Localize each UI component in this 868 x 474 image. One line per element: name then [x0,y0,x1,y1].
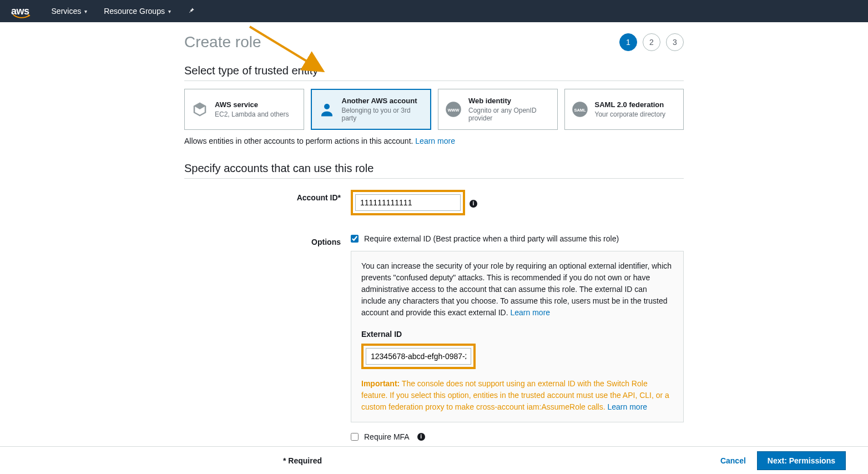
account-id-label: Account ID* [184,190,351,202]
card-another-account[interactable]: Another AWS account Belonging to you or … [311,89,432,130]
chevron-down-icon: ▾ [168,8,171,14]
top-nav: aws Services ▾ Resource Groups ▾ [0,0,868,22]
require-mfa-checkbox[interactable] [351,433,359,441]
require-mfa-label: Require MFA [364,432,410,441]
svg-text:www: www [447,107,460,113]
info-icon[interactable]: i [470,200,477,208]
card-aws-service[interactable]: AWS service EC2, Lambda and others [184,89,304,130]
pin-icon[interactable] [188,7,195,16]
nav-services[interactable]: Services ▾ [52,7,88,16]
important-label: Important: [361,379,400,388]
card-sub: EC2, Lambda and others [215,110,289,118]
card-title: Another AWS account [342,97,425,105]
required-note: * Required [283,456,322,465]
require-external-id-line: Require external ID (Best practice when … [351,234,684,243]
require-mfa-line: Require MFA i [351,432,684,441]
wizard-steps: 1 2 3 [619,33,684,51]
cube-icon [190,100,209,119]
page-content: Create role 1 2 3 Select type of trusted… [184,22,684,474]
external-id-panel: You can increase the security of your ro… [351,251,684,422]
card-saml[interactable]: SAML SAML 2.0 federation Your corporate … [564,89,684,130]
learn-more-link[interactable]: Learn more [415,137,455,145]
user-icon [317,100,336,119]
section-accounts-title: Specify accounts that can use this role [184,162,684,179]
heading-row: Create role 1 2 3 [184,33,684,51]
external-id-highlight [361,344,476,369]
cancel-button[interactable]: Cancel [720,456,746,465]
nav-resource-groups-label: Resource Groups [104,7,165,16]
external-id-input[interactable] [366,348,471,365]
svg-point-1 [324,104,330,109]
card-title: AWS service [215,100,289,109]
svg-text:SAML: SAML [574,108,586,113]
step-3[interactable]: 3 [666,33,684,51]
external-id-label: External ID [361,329,673,340]
card-sub: Cognito or any OpenID provider [468,107,552,123]
entity-description: Allows entities in other accounts to per… [184,137,684,145]
panel-learn-more-link[interactable]: Learn more [510,308,550,317]
important-learn-more-link[interactable]: Learn more [608,402,648,411]
require-external-id-label: Require external ID (Best practice when … [364,234,619,243]
next-permissions-button[interactable]: Next: Permissions [757,451,846,470]
aws-swoosh-icon [12,14,31,19]
footer-bar: * Required Cancel Next: Permissions [0,446,868,474]
saml-icon: SAML [571,100,589,119]
www-icon: www [444,100,463,119]
account-id-input[interactable] [355,194,461,211]
require-external-id-checkbox[interactable] [351,235,359,243]
step-1[interactable]: 1 [619,33,637,51]
account-id-row: Account ID* i [184,190,684,215]
section-trusted-entity-title: Select type of trusted entity [184,64,684,81]
card-sub: Belonging to you or 3rd party [342,107,425,123]
aws-logo[interactable]: aws [11,6,29,17]
account-id-highlight [351,190,465,215]
card-title: Web identity [468,97,552,105]
card-sub: Your corporate directory [595,110,666,118]
options-label: Options [184,234,351,246]
card-title: SAML 2.0 federation [595,100,666,109]
step-2[interactable]: 2 [643,33,660,51]
nav-resource-groups[interactable]: Resource Groups ▾ [104,7,171,16]
chevron-down-icon: ▾ [84,8,87,14]
info-icon[interactable]: i [417,433,425,441]
important-note: Important: The console does not support … [361,378,673,413]
card-web-identity[interactable]: www Web identity Cognito or any OpenID p… [438,89,558,130]
entity-cards: AWS service EC2, Lambda and others Anoth… [184,89,684,130]
options-row: Options Require external ID (Best practi… [184,234,684,449]
page-title: Create role [184,33,261,51]
entity-description-text: Allows entities in other accounts to per… [184,137,413,145]
nav-services-label: Services [52,7,82,16]
